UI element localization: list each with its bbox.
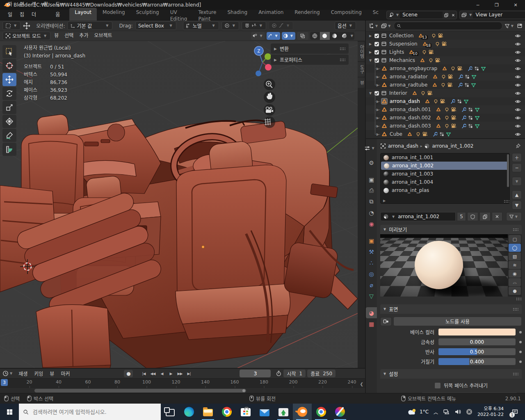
outliner-row[interactable]: ▼ Interior [366,89,525,97]
material-users-button[interactable]: 5 [457,212,466,221]
sidebar-panel-header[interactable]: ▶ 변환 [271,43,349,54]
panel-resize-grip[interactable] [516,297,522,301]
playhead[interactable]: 3 [1,379,8,386]
hide-eye-icon[interactable] [515,41,521,47]
hidden-icons-chevron[interactable]: ︿ [434,409,438,415]
active-tool-icon[interactable]: ▼ [2,21,21,30]
pivot-point-dropdown[interactable]: ▼ [221,21,239,30]
material-slot[interactable]: arrona_int_1.004 [381,178,509,186]
expand-arrow-icon[interactable]: ▶ [368,42,372,46]
outliner-row[interactable]: ▶ arrona_engbaycrap [366,64,525,73]
hide-eye-icon[interactable] [515,82,521,88]
modifier-wrench-icon[interactable] [461,115,467,121]
base-color-swatch[interactable] [438,328,516,336]
backface-culling-checkbox[interactable] [434,382,441,389]
hide-eye-icon[interactable] [515,33,521,39]
cursor-tool[interactable] [2,59,16,72]
properties-tab[interactable]: ▣ [366,235,377,246]
outliner-row[interactable]: ▶ Cube [366,130,525,138]
timeline-menu-item[interactable]: 재생 [15,370,31,377]
roughness-slider[interactable]: 0.400 [438,358,516,365]
mode-dropdown[interactable]: 오브젝트 모드▼ [2,32,50,40]
modifier-wrench-icon[interactable] [468,66,473,71]
transport-button[interactable]: ▶| [185,370,193,377]
auto-keying-record-button[interactable]: ● [124,370,133,377]
properties-tab[interactable]: ◎ [366,268,377,279]
outliner-row[interactable]: ▶ arrona_dash [366,97,525,105]
preview-type-button[interactable]: ⌓ [509,278,521,286]
view-layer-selector[interactable]: ▼ View Layer [459,11,525,19]
outliner-scene-mode-icon[interactable]: ▼ [381,23,392,29]
use-nodes-button[interactable]: 노드를 사용 [393,317,522,326]
settings-panel-header[interactable]: ▼설정 [380,369,522,379]
outliner-display-mode-dropdown[interactable]: ▼ [368,23,379,29]
timeline-ruler[interactable]: 20406080100120140160180200220240 3 [0,378,365,388]
select-box-tool[interactable] [2,45,16,58]
close-button[interactable]: ✕ [506,0,525,10]
preview-type-button[interactable]: ▢ [509,235,521,243]
expand-arrow-icon[interactable]: ▶ [376,83,380,87]
taskbar-app[interactable] [180,404,199,420]
action-center-button[interactable]: 1 [509,406,521,418]
hide-eye-icon[interactable] [515,123,521,129]
metallic-slider[interactable]: 0.000 [438,338,516,346]
add-slot-button[interactable]: ＋ [512,153,522,162]
hide-eye-icon[interactable] [515,57,521,64]
outliner-row[interactable]: ▼ Mechanics [366,56,525,64]
pin-icon[interactable] [515,143,521,149]
preview-range-stopwatch-icon[interactable] [276,370,282,377]
snap-magnet-toggle[interactable]: ▼ [242,21,266,30]
xray-toggle[interactable] [297,32,308,40]
proportional-edit-toggle[interactable]: ▼ [269,21,293,30]
viewport-canvas[interactable]: Z [0,41,358,368]
viewport-menu-item[interactable]: 추가 [76,31,91,41]
new-collection-icon[interactable] [517,23,523,29]
shading-rendered-icon[interactable] [340,32,349,40]
weather-widget[interactable]: 1°C [406,408,429,415]
show-gizmo-object-types-dropdown[interactable]: ▼ [251,32,265,40]
taskbar-app[interactable] [255,404,274,420]
expand-arrow-icon[interactable]: ▶ [368,50,372,54]
fake-user-shield-button[interactable] [467,212,478,221]
material-slot[interactable]: arrona_int_plas [381,186,509,194]
mesh-icon[interactable] [471,82,476,88]
zoom-button[interactable] [264,79,275,90]
mesh-data-icon[interactable] [474,66,479,71]
material-name-field[interactable]: ▼ arrona_int_1.002 [380,212,456,221]
network-icon[interactable] [443,409,450,415]
frame-end-field[interactable]: 종료250 [307,370,336,377]
minimize-button[interactable]: ─ [468,0,487,10]
preview-panel-header[interactable]: ▼미리보기 [380,225,522,234]
transport-button[interactable]: ▶▶ [176,370,184,377]
taskbar-app[interactable] [199,404,217,420]
shading-wireframe-icon[interactable] [310,32,320,40]
hide-eye-icon[interactable] [515,66,521,72]
gizmo-x-axis[interactable] [265,64,272,71]
maximize-button[interactable]: ❐ [487,0,506,10]
shading-solid-icon[interactable] [320,32,330,40]
orientation-dropdown[interactable]: 기본 값▼ [67,21,112,30]
animate-dot-icon[interactable] [519,341,522,343]
shading-dropdown-icon[interactable]: ▼ [349,34,354,38]
outliner-row[interactable]: ▶ arrona_radtube [366,81,525,89]
outliner-row[interactable]: ▶ Lights 10 [366,48,525,56]
measure-tool[interactable] [2,143,16,156]
scene-selector[interactable]: ▼ Scene [386,11,457,19]
taskbar-app[interactable] [312,404,331,420]
hide-eye-icon[interactable] [515,115,521,121]
modifier-wrench-icon[interactable] [433,132,438,137]
volume-icon[interactable] [454,409,461,415]
status-x-icon[interactable] [466,409,472,415]
gizmo-neg-axis[interactable] [256,71,261,76]
camera-view-button[interactable] [264,104,275,116]
expand-arrow-icon[interactable]: ▼ [368,91,372,95]
outliner-row[interactable]: ▶ arrona_dash.003 [366,122,525,130]
breadcrumb-material[interactable]: arrona_int_1.002 [432,143,473,149]
viewport-menu-item[interactable]: 뷰 [51,31,62,41]
mesh-data-icon[interactable] [468,115,473,121]
expand-arrow-icon[interactable]: ▼ [368,59,372,62]
current-frame-field[interactable]: 3 [240,370,271,377]
timeline-menu-item[interactable]: 뷰 [46,370,57,377]
transport-button[interactable]: ◀◀ [148,370,157,377]
transform-tool[interactable] [2,115,16,128]
